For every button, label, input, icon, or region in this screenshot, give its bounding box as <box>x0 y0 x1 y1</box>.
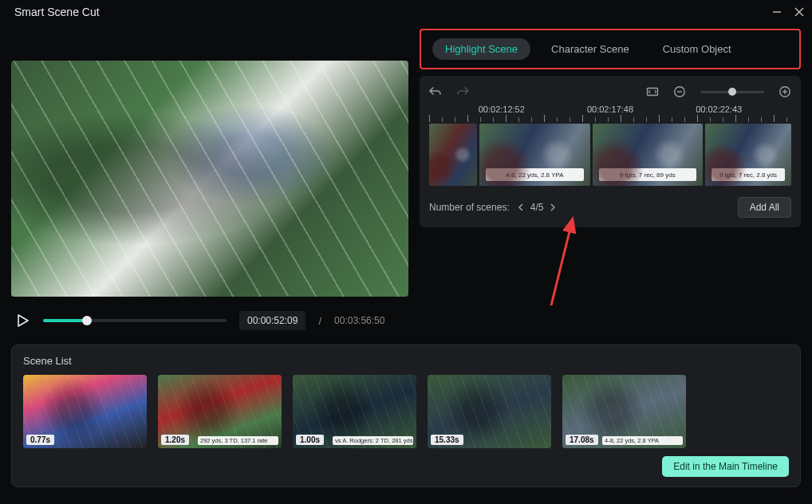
scene-caption: 4-8, 22 yds, 2.8 YPA <box>602 436 683 445</box>
fit-icon[interactable] <box>646 85 659 98</box>
current-time: 00:00:52:09 <box>239 311 305 330</box>
prev-page-icon[interactable] <box>518 203 524 211</box>
window-title: Smart Scene Cut <box>14 6 100 18</box>
edit-timeline-button[interactable]: Edit in the Main Timeline <box>662 456 789 477</box>
scene-duration: 15.33s <box>431 435 463 445</box>
clip-caption: 9 tgts, 7 rec, 89 yds <box>599 168 697 181</box>
tab-character-scene[interactable]: Character Scene <box>538 38 642 60</box>
zoom-out-icon[interactable] <box>673 85 686 98</box>
svg-line-10 <box>551 219 573 305</box>
scene-duration: 0.77s <box>26 435 54 445</box>
clip-caption: 4-8, 22 yds, 2.8 YPA <box>486 168 584 181</box>
ruler-label: 00:02:12:52 <box>479 104 525 114</box>
svg-marker-3 <box>18 315 28 326</box>
tab-highlight-scene[interactable]: Highlight Scene <box>432 38 530 60</box>
scene-caption: 292 yds, 3 TD, 137.1 rate <box>198 436 278 445</box>
timeline-clip[interactable]: 9 tgts, 7 rec, 89 yds <box>593 124 704 186</box>
timeline-clips: 4-8, 22 yds, 2.8 YPA 9 tgts, 7 rec, 89 y… <box>429 124 791 186</box>
seek-thumb[interactable] <box>82 316 92 325</box>
scene-duration: 1.00s <box>296 435 324 445</box>
next-page-icon[interactable] <box>550 203 556 211</box>
scene-card[interactable]: 1.00s vs A. Rodgers: 2 TD, 281 yds <box>293 375 416 448</box>
scene-card[interactable]: 15.33s <box>428 375 551 448</box>
zoom-in-icon[interactable] <box>778 85 791 98</box>
video-preview[interactable] <box>11 61 408 297</box>
page-indicator: 4/5 <box>530 202 544 213</box>
zoom-thumb[interactable] <box>728 88 736 96</box>
scene-caption: vs A. Rodgers: 2 TD, 281 yds <box>333 436 413 445</box>
redo-icon[interactable] <box>456 85 469 98</box>
seek-slider[interactable] <box>43 319 227 322</box>
window-buttons <box>772 7 804 17</box>
scene-card[interactable]: 0.77s <box>23 375 147 448</box>
timeline-clip[interactable]: 4-8, 22 yds, 2.8 YPA <box>479 124 590 186</box>
zoom-slider[interactable] <box>700 91 764 93</box>
scene-type-tabs: Highlight Scene Character Scene Custom O… <box>420 29 801 69</box>
titlebar: Smart Scene Cut <box>0 0 812 24</box>
scene-pager: 4/5 <box>518 202 557 213</box>
minimize-button[interactable] <box>772 7 782 17</box>
scene-list-title: Scene List <box>23 355 789 367</box>
undo-icon[interactable] <box>429 85 442 98</box>
scene-list-panel: Scene List 0.77s 1.20s 292 yds, 3 TD, 13… <box>11 345 801 487</box>
timeline-clip[interactable]: 9 tgts, 7 rec, 2.8 yds <box>705 124 791 186</box>
scene-card[interactable]: 1.20s 292 yds, 3 TD, 137.1 rate <box>158 375 282 448</box>
play-button[interactable] <box>16 313 30 328</box>
player-controls: 00:00:52:09 / 00:03:56:50 <box>11 297 408 337</box>
ruler-label: 00:02:17:48 <box>587 104 633 114</box>
close-button[interactable] <box>794 7 804 17</box>
num-scenes-label: Number of scenes: <box>429 202 510 213</box>
timeline-ruler[interactable]: 00:02:12:52 00:02:17:48 00:02:22:43 <box>429 104 791 122</box>
clip-caption: 9 tgts, 7 rec, 2.8 yds <box>711 168 785 181</box>
scene-card[interactable]: 17.08s 4-8, 22 yds, 2.8 YPA <box>562 375 686 448</box>
scene-duration: 17.08s <box>566 435 598 445</box>
ruler-label: 00:02:22:43 <box>696 104 742 114</box>
tab-custom-object[interactable]: Custom Object <box>650 38 744 60</box>
timeline-panel: 00:02:12:52 00:02:17:48 00:02:22:43 4-8,… <box>420 76 801 227</box>
timeline-clip[interactable] <box>429 124 477 186</box>
duration: 00:03:56:50 <box>334 315 384 326</box>
add-all-button[interactable]: Add All <box>738 197 791 218</box>
annotation-arrow-icon <box>547 214 579 309</box>
time-separator: / <box>318 315 321 327</box>
scene-duration: 1.20s <box>161 435 189 445</box>
